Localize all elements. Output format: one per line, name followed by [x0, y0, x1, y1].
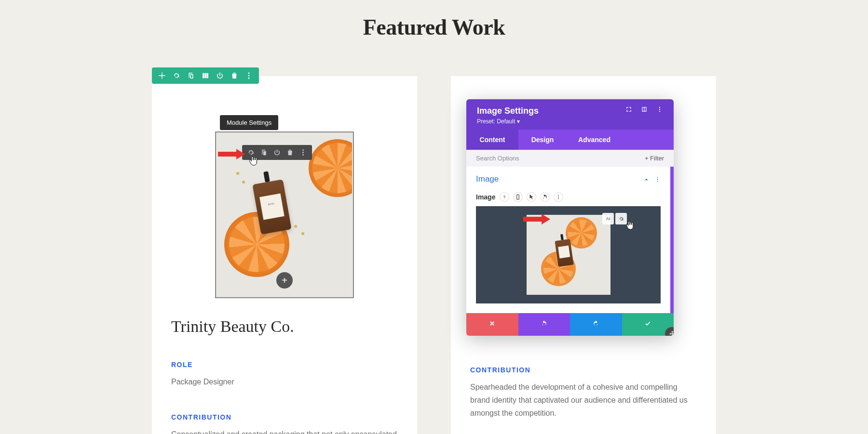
svg-point-3 [302, 149, 304, 151]
chevron-up-icon[interactable] [643, 176, 650, 183]
contribution-label: CONTRIBUTION [171, 413, 398, 421]
trash-icon[interactable] [230, 71, 239, 80]
more-icon[interactable] [554, 193, 563, 201]
svg-point-16 [558, 198, 559, 199]
redo-button[interactable] [570, 313, 622, 336]
field-image-label-row: Image ? [476, 193, 661, 201]
power-icon[interactable] [216, 71, 224, 80]
search-input[interactable]: Search Options [476, 155, 519, 162]
svg-point-4 [302, 152, 304, 153]
svg-point-9 [657, 177, 658, 178]
svg-point-6 [659, 107, 660, 108]
pointer-icon[interactable] [527, 193, 536, 201]
panel-tabs: Content Design Advanced [466, 130, 674, 150]
filter-button[interactable]: + Filter [645, 155, 664, 162]
add-module-button[interactable]: + [276, 272, 293, 289]
panel-title: Image Settings [477, 106, 539, 116]
contribution-label: CONTRIBUTION [470, 366, 697, 374]
phone-icon[interactable] [514, 193, 522, 201]
section-toolbar [152, 67, 259, 84]
field-label: Image [476, 193, 495, 201]
role-label: ROLE [171, 361, 398, 368]
tab-advanced[interactable]: Advanced [567, 130, 622, 150]
svg-point-7 [659, 109, 660, 110]
undo-icon[interactable] [641, 213, 653, 224]
more-icon[interactable] [656, 106, 663, 113]
more-icon[interactable] [654, 176, 661, 183]
preset-indicator[interactable]: Preset: Default ▾ [477, 118, 539, 125]
image-preview[interactable]: AI [476, 206, 661, 303]
annotation-arrow-icon [523, 214, 550, 224]
card-title: Trinity Beauty Co. [171, 317, 398, 336]
page-heading: Featured Work [0, 14, 868, 40]
contribution-value: Conceptualized and created packaging tha… [171, 428, 398, 434]
gear-icon[interactable] [615, 213, 627, 224]
svg-point-15 [558, 197, 559, 197]
duplicate-icon[interactable] [187, 71, 195, 80]
layout-icon[interactable] [641, 106, 648, 113]
role-value: Package Designer [171, 375, 398, 388]
svg-point-11 [657, 181, 658, 182]
search-row: Search Options + Filter [466, 150, 674, 167]
annotation-arrow-icon [218, 149, 245, 159]
duplicate-icon[interactable] [260, 148, 268, 157]
svg-point-1 [248, 75, 250, 77]
panel-footer [466, 313, 674, 336]
svg-text:?: ? [503, 195, 506, 199]
contribution-value: Spearheaded the development of a cohesiv… [470, 381, 697, 420]
panel-header[interactable]: Image Settings Preset: Default ▾ [466, 99, 674, 130]
svg-point-14 [558, 195, 559, 196]
ai-button[interactable]: AI [602, 213, 614, 224]
cursor-hand-icon [249, 156, 258, 166]
move-icon[interactable] [158, 71, 166, 80]
cursor-hand-icon [626, 221, 635, 230]
fullscreen-icon[interactable] [625, 106, 632, 113]
module-tooltip: Module Settings [220, 115, 278, 130]
more-icon[interactable] [244, 71, 253, 80]
more-icon[interactable] [299, 148, 307, 157]
svg-point-8 [659, 111, 660, 112]
cancel-button[interactable] [466, 313, 518, 336]
accordion-image[interactable]: Image [476, 174, 661, 184]
gear-icon[interactable] [172, 71, 181, 80]
svg-point-2 [248, 78, 250, 79]
tab-content[interactable]: Content [466, 130, 518, 150]
power-icon[interactable] [273, 148, 281, 157]
undo-button[interactable] [518, 313, 570, 336]
columns-icon[interactable] [201, 71, 210, 80]
svg-rect-13 [517, 195, 519, 199]
work-card-2: Image Settings Preset: Default ▾ Content… [451, 76, 716, 434]
undo-icon[interactable] [541, 193, 549, 201]
svg-point-5 [302, 154, 304, 156]
svg-point-0 [248, 72, 250, 74]
tab-design[interactable]: Design [518, 130, 567, 150]
trash-icon[interactable] [286, 148, 294, 157]
work-card-1: DIVI Module Settings + Tri [152, 76, 417, 434]
help-icon[interactable]: ? [500, 193, 509, 201]
image-module[interactable]: DIVI Module Settings + [215, 132, 354, 298]
svg-point-10 [657, 179, 658, 180]
settings-panel: Image Settings Preset: Default ▾ Content… [466, 99, 674, 336]
